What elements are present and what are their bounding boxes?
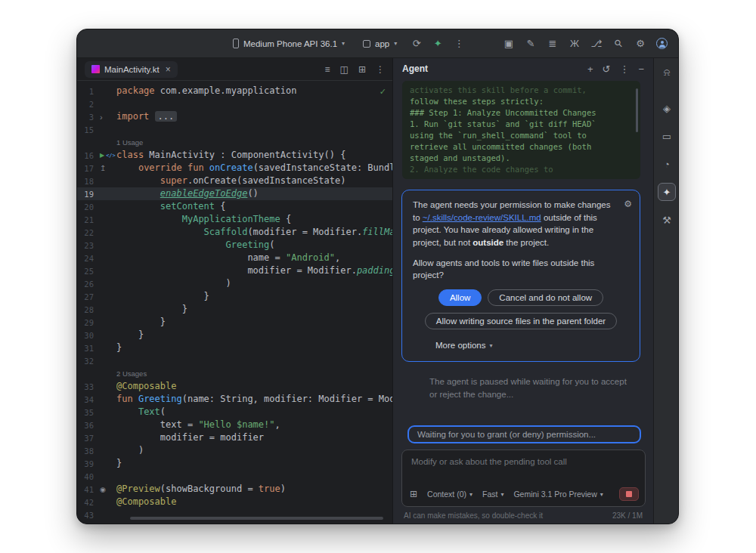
code-line[interactable]: 35 Text( — [77, 406, 392, 419]
code-line[interactable]: 40 — [77, 470, 392, 483]
notifications-icon[interactable]: ⍾ — [658, 63, 676, 82]
line-number: 41 — [77, 485, 98, 494]
code-line[interactable]: 31} — [77, 341, 392, 354]
code-line[interactable]: 32 — [77, 354, 392, 367]
split-editor-icon[interactable]: ◫ — [340, 64, 349, 75]
code-line[interactable]: 41◉@Preview(showBackground = true) — [77, 483, 392, 496]
code-line[interactable]: 23 Greeting( — [77, 239, 392, 252]
code-line[interactable]: 3›import ... — [77, 110, 392, 123]
code-line[interactable]: 36 text = "Hello $name!", — [77, 419, 392, 431]
code-line[interactable]: 28 } — [77, 303, 392, 316]
run-config-selector[interactable]: app ▾ — [358, 37, 401, 51]
code-line[interactable]: 19 enableEdgeToEdge() — [77, 187, 392, 200]
code-line[interactable]: 26 ) — [77, 277, 392, 290]
editor-layout-icon[interactable]: ⊞ — [358, 64, 366, 75]
allow-parent-folder-button[interactable]: Allow writing source files in the parent… — [425, 313, 617, 329]
editor-pane[interactable]: MainActivity.kt × ≡ ◫ ⊞ ⋮ 1package com.e… — [77, 58, 392, 524]
gemini-spark-icon[interactable]: ✦ — [432, 39, 444, 48]
card-settings-icon[interactable]: ⚙ — [624, 198, 632, 211]
code-line[interactable]: 38 ) — [77, 444, 392, 457]
chat-history-icon[interactable]: ↺ — [603, 64, 611, 74]
code-line[interactable]: 34fun Greeting(name: String, modifier: M… — [77, 393, 392, 406]
agent-more-icon[interactable]: ⋮ — [619, 64, 629, 74]
code-line[interactable]: 25 modifier = Modifier.padding( paddingV… — [77, 264, 392, 277]
code-line[interactable]: 16▶</>class MainActivity : ComponentActi… — [77, 149, 392, 162]
run-gutter-icon[interactable]: ▶ — [100, 152, 104, 159]
skill-file-link[interactable]: ~/.skills/code-review/SKILL.md — [423, 213, 541, 222]
code-line[interactable]: 27 } — [77, 290, 392, 303]
bug-report-icon[interactable]: Ж — [569, 39, 581, 48]
editor-more-icon[interactable]: ⋮ — [376, 64, 385, 75]
app-insights-icon[interactable]: ◔ — [658, 155, 676, 173]
cancel-button[interactable]: Cancel and do not allow — [488, 289, 603, 306]
code-block-scrollbar[interactable] — [636, 88, 638, 132]
line-number: 3 — [77, 113, 98, 122]
code-line[interactable]: 1package com.example.myapplication — [77, 85, 392, 97]
code-text: text = "Hello $name!", — [116, 419, 392, 431]
profile-avatar[interactable] — [656, 38, 668, 49]
inspection-check-icon: ✓ — [380, 87, 386, 97]
device-manager-icon[interactable]: ▭ — [658, 127, 676, 145]
code-text: } — [116, 290, 392, 303]
gradle-icon[interactable]: ◈ — [658, 99, 676, 117]
code-gutter-icon[interactable]: </> — [106, 153, 116, 159]
new-chat-icon[interactable]: + — [587, 64, 593, 74]
more-options-dropdown[interactable]: More options ▾ — [435, 339, 629, 352]
allow-button[interactable]: Allow — [438, 289, 482, 306]
model-dropdown[interactable]: Gemini 3.1 Pro Preview ▾ — [513, 490, 603, 499]
line-number: 18 — [77, 177, 98, 186]
code-line[interactable]: 24 name = "Android", — [77, 252, 392, 264]
minimize-icon[interactable]: − — [638, 64, 644, 74]
logcat-icon[interactable]: ≣ — [547, 39, 559, 48]
device-selector[interactable]: Medium Phone API 36.1 ▾ — [228, 36, 349, 51]
close-tab-icon[interactable]: × — [166, 64, 171, 75]
sync-project-icon[interactable]: ⟳ — [411, 39, 423, 48]
chevron-down-icon: ▾ — [500, 491, 503, 498]
speed-dropdown[interactable]: Fast ▾ — [482, 490, 503, 499]
settings-icon[interactable]: ⚙ — [634, 39, 646, 48]
tab-mainactivity[interactable]: MainActivity.kt × — [85, 61, 178, 78]
problems-icon[interactable]: ⚒ — [658, 211, 676, 229]
code-text: 2 Usages — [116, 367, 392, 380]
code-line[interactable]: 17↥ override fun onCreate(savedInstanceS… — [77, 162, 392, 175]
context-dropdown[interactable]: Context (0) ▾ — [427, 490, 472, 499]
code-line[interactable]: 18 super.onCreate(savedInstanceState) — [77, 175, 392, 187]
fold-gutter-icon[interactable]: › — [100, 113, 103, 122]
code-line[interactable]: 15 — [77, 123, 392, 136]
code-line[interactable]: 2 — [77, 97, 392, 110]
agent-icon[interactable]: ✦ — [658, 183, 676, 201]
code-line[interactable]: 42@Composable — [77, 496, 392, 508]
code-text: } — [116, 341, 392, 354]
agent-conversation[interactable]: activates this skill before a commit,fol… — [393, 79, 653, 421]
code-line[interactable]: 39} — [77, 457, 392, 470]
usage-hint-line: 1 Usage — [77, 136, 392, 149]
agent-code-block[interactable]: activates this skill before a commit,fol… — [402, 81, 640, 179]
code-line[interactable]: 29 } — [77, 316, 392, 329]
code-line[interactable]: 30 } — [77, 329, 392, 341]
code-line[interactable]: 22 Scaffold(modifier = Modifier.fillMaxS… — [77, 226, 392, 239]
horizontal-scrollbar[interactable] — [130, 517, 383, 520]
line-number: 40 — [77, 472, 98, 481]
code-line[interactable]: 20 setContent { — [77, 200, 392, 213]
line-number: 32 — [77, 357, 98, 366]
code-area[interactable]: 1package com.example.myapplication23›imp… — [77, 81, 392, 524]
line-number: 22 — [77, 228, 98, 237]
code-text: } — [116, 457, 392, 470]
stop-button[interactable] — [619, 487, 639, 501]
layout-inspector-icon[interactable]: ✎ — [525, 39, 537, 48]
code-line[interactable]: 21 MyApplicationTheme { — [77, 213, 392, 226]
version-control-icon[interactable]: ⎇ — [590, 39, 603, 48]
code-line[interactable]: 33@Composable — [77, 380, 392, 393]
line-number: 29 — [77, 318, 98, 327]
compose-box[interactable]: Modify or ask about the pending tool cal… — [401, 450, 646, 507]
more-actions-icon[interactable]: ⋮ — [453, 39, 465, 48]
code-text: MyApplicationTheme { — [116, 213, 392, 226]
running-devices-icon[interactable]: ▣ — [503, 39, 515, 48]
preview-gutter-icon[interactable]: ◉ — [100, 486, 106, 493]
add-context-icon[interactable]: ⊞ — [410, 489, 417, 499]
code-line[interactable]: 37 modifier = modifier — [77, 431, 392, 444]
search-everywhere-icon[interactable]: ⚲ — [611, 36, 627, 51]
override-gutter-icon[interactable]: ↥ — [100, 164, 106, 172]
editor-list-icon[interactable]: ≡ — [325, 64, 330, 75]
agent-panel-title: Agent — [402, 63, 428, 74]
